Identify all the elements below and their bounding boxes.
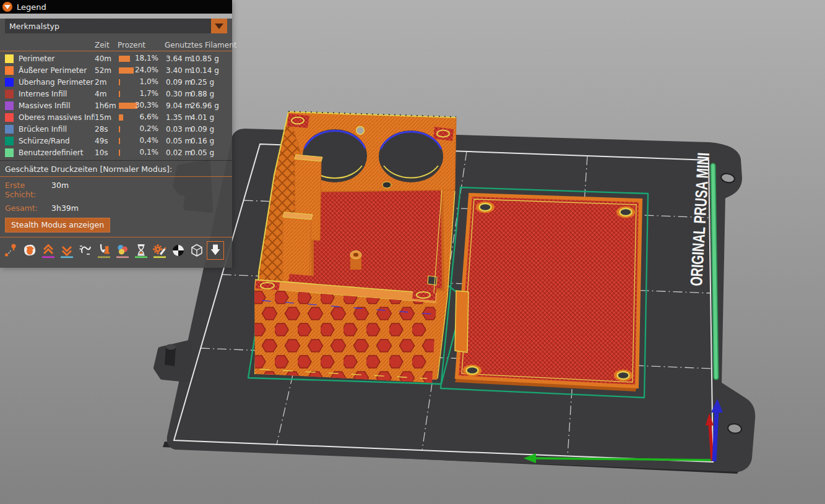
deretractions-icon[interactable] [59,242,74,258]
box-honeycomb-wall [254,288,436,383]
feature-filament-weight: 10.14 g [191,66,227,75]
percent-bar [119,138,120,144]
feature-filament-weight: 4.01 g [191,113,227,122]
percent-bar [119,56,130,62]
dropdown-arrow-icon[interactable] [211,19,227,33]
feature-filament-weight: 10.85 g [191,54,227,63]
feature-percent-cell: 18,1% [118,53,161,64]
feature-time: 10s [95,148,118,157]
feature-filament-weight: 0.25 g [191,78,227,87]
seams-icon[interactable] [78,242,93,258]
panel-through-hole [356,127,365,135]
first-layer-value: 30m [51,181,69,199]
lid-tab [455,291,469,352]
feature-percent: 0,2% [140,124,159,133]
column-time: Zeit [95,41,118,49]
legend-feature-row: Oberes massives Infill 15m 6,6% 1.35 m 4… [0,111,232,123]
feature-percent: 24,0% [135,66,158,74]
purge-line [713,166,716,377]
travel-moves-icon[interactable] [4,242,19,258]
feature-percent-cell: 24,0% [118,64,161,76]
estimated-times-heading: Geschätzte Druckzeiten [Normaler Modus]: [0,161,232,176]
feature-time: 1h6m [95,101,118,110]
shells-icon[interactable] [189,242,204,258]
legend-title: Legend [17,2,46,12]
feature-time: 49s [95,137,118,145]
feature-percent-cell: 1,0% [118,76,161,88]
legend-feature-row: Internes Infill 4m 1,7% 0.30 m 0.88 g [0,88,232,100]
column-percent: Prozent [118,41,165,49]
feature-filament-length: 3.40 m [166,66,191,75]
legend-panel: Legend Merkmalstyp Zeit Prozent Genutzte… [0,0,232,268]
legend-feature-row: Überhang Perimeter 2m 1,0% 0.09 m 0.25 g [0,76,232,88]
panel-small-hole [382,182,391,188]
legend-feature-row: Benutzerdefiniert 10s 0,1% 0.02 m 0.05 g [0,147,232,158]
view-type-value: Merkmalstyp [5,22,59,31]
color-changes-icon[interactable] [115,242,130,258]
legend-feature-row: Massives Infill 1h6m 30,3% 9.04 m 26.96 … [0,100,232,111]
model-lid-plate[interactable] [441,187,648,398]
feature-percent: 6,6% [140,113,159,121]
feature-label: Massives Infill [19,101,95,110]
feature-filament-weight: 0.09 g [191,125,227,134]
feature-percent-cell: 0,1% [118,147,161,158]
prusaslicer-preview: ORIGINAL PRUSA MINI [0,0,825,504]
feature-label: Überhang Perimeter [19,78,95,87]
custom-gcodes-icon[interactable] [152,242,167,258]
stealth-mode-button[interactable]: Stealth Modus anzeigen [5,218,110,233]
retractions-icon[interactable] [41,242,56,258]
feature-percent-cell: 30,3% [118,100,161,111]
feature-percent-cell: 6,6% [118,111,161,123]
feature-label: Schürze/Rand [19,137,95,145]
view-type-dropdown[interactable]: Merkmalstyp [5,19,227,33]
feature-color-swatch [5,90,14,98]
feature-time: 40m [95,54,118,63]
pause-prints-icon[interactable] [134,242,149,258]
feature-color-swatch [5,54,14,63]
legend-feature-row: Schürze/Rand 49s 0,4% 0.05 m 0.16 g [0,135,232,147]
wipe-moves-icon[interactable] [22,242,37,258]
bed-peg-top [166,344,176,350]
feature-time: 28s [95,125,118,134]
center-of-mass-icon[interactable] [171,242,186,258]
legend-feature-row: Perimeter 40m 18,1% 3.64 m 10.85 g [0,53,232,64]
feature-percent: 18,1% [135,54,158,62]
feature-color-swatch [5,148,14,157]
percent-bar [119,126,120,132]
feature-filament-length: 0.30 m [166,90,191,98]
total-time-value: 3h39m [51,203,79,213]
feature-filament-length: 0.02 m [166,148,191,157]
legend-feature-row: Brücken Infill 28s 0,2% 0.03 m 0.09 g [0,123,232,135]
feature-time: 2m [95,78,118,87]
model-electronics-box[interactable] [248,111,464,384]
feature-percent-cell: 0,4% [118,135,161,147]
tool-changes-icon[interactable] [97,242,111,258]
feature-percent: 30,3% [135,101,158,109]
feature-filament-weight: 0.16 g [191,137,227,145]
feature-color-swatch [5,66,14,75]
feature-label: Perimeter [19,54,95,63]
percent-bar [119,91,120,97]
percent-bar [119,67,134,74]
tool-marker-icon[interactable] [208,242,223,258]
collapse-icon[interactable] [2,2,12,12]
legend-feature-row: Äußerer Perimeter 52m 24,0% 3.40 m 10.14… [0,64,232,76]
legend-column-headers: Zeit Prozent Genutztes Filament [0,38,232,51]
feature-filament-weight: 0.05 g [191,148,227,157]
feature-table: Perimeter 40m 18,1% 3.64 m 10.85 g Äußer… [0,53,232,158]
feature-filament-length: 0.09 m [166,78,191,87]
feature-color-swatch [5,113,14,122]
lid-top-infill [457,195,641,387]
feature-color-swatch [5,137,14,145]
feature-filament-length: 0.05 m [166,137,191,145]
feature-filament-weight: 26.96 g [191,101,227,110]
first-layer-label: Erste Schicht: [5,181,51,199]
percent-bar [119,150,120,156]
percent-bar [119,79,120,85]
feature-label: Äußerer Perimeter [19,66,95,75]
feature-percent-cell: 1,7% [118,88,161,100]
feature-filament-length: 0.03 m [166,125,191,134]
feature-color-swatch [5,125,14,134]
feature-time: 52m [95,66,118,75]
legend-header[interactable]: Legend [0,0,232,14]
